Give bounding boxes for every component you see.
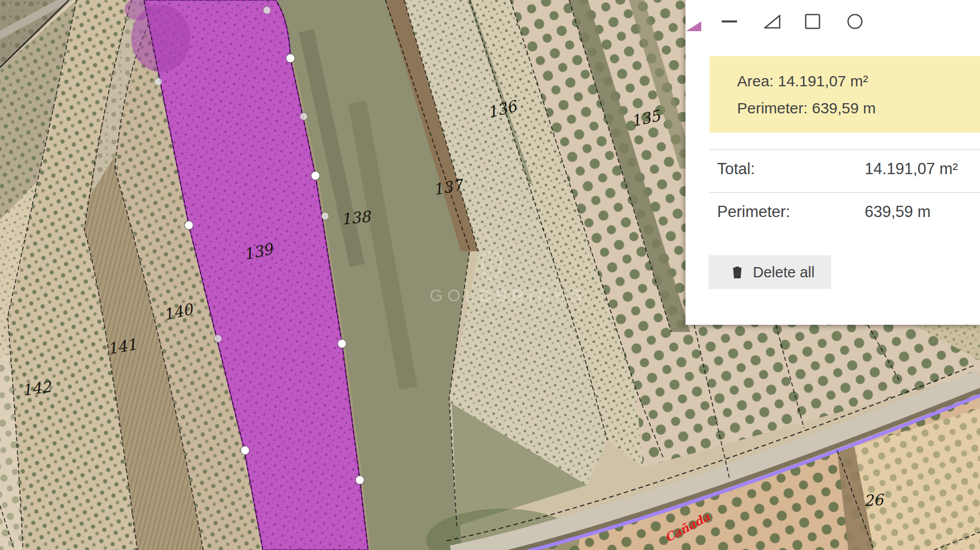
polygon-vertex-handle[interactable]: [356, 476, 364, 485]
perimeter-row: Perimeter: 639,59 m: [685, 203, 980, 224]
polygon-midpoint-handle[interactable]: [214, 335, 222, 343]
line-tool-button[interactable]: [720, 13, 739, 30]
square-icon: [805, 14, 820, 29]
circle-icon: [847, 13, 863, 30]
selection-perimeter-text: Perimeter: 639,59 m: [737, 94, 980, 122]
polygon-vertex-handle[interactable]: [241, 446, 250, 455]
parcel-number-label: 138: [340, 207, 373, 228]
perimeter-label: Perimeter:: [717, 203, 790, 221]
trash-icon: [733, 267, 742, 278]
watermark-text: GOLDBRICKS: [430, 286, 586, 305]
circle-tool-button[interactable]: [846, 13, 864, 30]
polygon-midpoint-handle[interactable]: [322, 212, 329, 220]
delete-all-label: Delete all: [753, 264, 815, 281]
polygon-vertex-handle[interactable]: [286, 54, 295, 63]
area-tool-button[interactable]: [763, 13, 781, 30]
delete-all-button[interactable]: Delete all: [708, 255, 831, 289]
polygon-vertex-handle[interactable]: [338, 340, 347, 348]
total-label: Total:: [717, 160, 755, 178]
polygon-midpoint-handle[interactable]: [300, 113, 308, 121]
polygon-midpoint-handle[interactable]: [155, 78, 162, 86]
panel-divider: [709, 192, 980, 193]
total-value: 14.191,07 m²: [865, 160, 958, 178]
parcel-number-label: 26: [863, 491, 885, 510]
perimeter-value: 639,59 m: [865, 203, 930, 221]
triangle-icon: [764, 15, 780, 29]
total-row: Total: 14.191,07 m²: [685, 160, 980, 181]
selection-area-text: Area: 14.191,07 m²: [737, 67, 980, 94]
measurement-panel: Area: 14.191,07 m² Perimeter: 639,59 m T…: [685, 0, 980, 325]
panel-divider: [709, 149, 980, 150]
area-marker-icon: [686, 21, 701, 31]
polygon-vertex-handle[interactable]: [185, 221, 193, 230]
polygon-midpoint-handle[interactable]: [263, 7, 271, 14]
polygon-vertex-handle[interactable]: [311, 172, 320, 180]
minus-icon: [722, 20, 737, 22]
selection-info-box[interactable]: Area: 14.191,07 m² Perimeter: 639,59 m: [709, 56, 980, 133]
rectangle-tool-button[interactable]: [804, 13, 821, 30]
